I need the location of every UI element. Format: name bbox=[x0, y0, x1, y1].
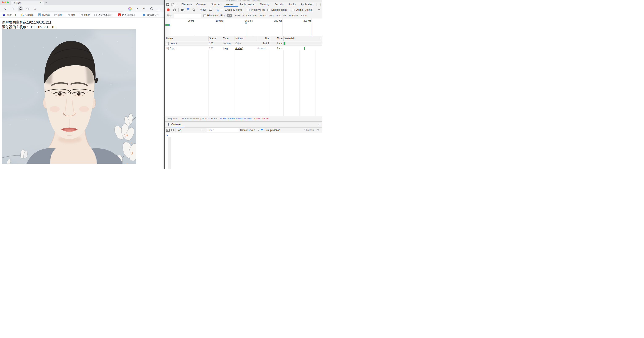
console-context-select[interactable]: top bbox=[178, 128, 181, 133]
drawer-close-icon[interactable]: × bbox=[318, 122, 320, 128]
drawer-overflow-icon[interactable]: ⋮ bbox=[167, 122, 170, 128]
cell-type: jpeg bbox=[223, 46, 228, 51]
traffic-light-minimize[interactable] bbox=[4, 2, 6, 3]
bookmark-reply-doc[interactable]: 回复文本消息 bbox=[94, 13, 114, 17]
bookmark-wechat[interactable]: 微信公众号 bbox=[142, 13, 160, 17]
col-name[interactable]: Name bbox=[166, 36, 173, 41]
tab-security[interactable]: Security bbox=[274, 2, 284, 7]
preserve-log-checkbox[interactable] bbox=[247, 8, 250, 11]
extension-colorwheel-icon[interactable] bbox=[128, 7, 132, 10]
filter-pill-manifest[interactable]: Manifest bbox=[289, 14, 298, 18]
col-time[interactable]: Time bbox=[271, 36, 282, 41]
large-rows-icon[interactable] bbox=[209, 8, 212, 11]
console-drawer-tabbar bbox=[164, 122, 322, 128]
load-line bbox=[312, 22, 312, 36]
bookmarks-bar: 百度一下 Google 陈彦斌 self size other 回复文本消息 C bbox=[0, 12, 164, 18]
bookmark-size[interactable]: size bbox=[67, 14, 75, 16]
inspect-icon[interactable] bbox=[166, 3, 170, 6]
filter-pill-media[interactable]: Media bbox=[260, 14, 266, 18]
table-row[interactable]: demo/ 200 docum… Other 346 B 6 ms bbox=[164, 41, 322, 46]
new-tab-button[interactable]: + bbox=[46, 0, 47, 5]
context-caret-icon[interactable] bbox=[201, 130, 203, 132]
tab-close-icon[interactable]: × bbox=[40, 1, 42, 5]
col-waterfall[interactable]: Waterfall bbox=[284, 36, 294, 41]
filter-pill-js[interactable]: JS bbox=[241, 14, 244, 18]
col-initiator[interactable]: Initiator bbox=[236, 36, 244, 41]
filter-pill-css[interactable]: CSS bbox=[246, 14, 252, 18]
devtools-overflow-icon[interactable]: ⋮ bbox=[320, 2, 322, 7]
console-prompt-chevron[interactable]: > bbox=[166, 134, 168, 137]
star-icon[interactable]: ☆ bbox=[33, 6, 36, 11]
disable-cache-label: Disable cache bbox=[271, 7, 287, 13]
filter-pill-font[interactable]: Font bbox=[269, 14, 274, 18]
bookmark-other[interactable]: other bbox=[80, 14, 90, 16]
clear-icon[interactable] bbox=[173, 8, 176, 11]
console-levels-select[interactable]: Default levels bbox=[240, 128, 255, 133]
timeline-overview[interactable]: 50 ms 100 ms 150 ms 200 ms 250 ms bbox=[164, 18, 322, 36]
bookmark-google[interactable]: Google bbox=[21, 14, 34, 16]
disable-cache-checkbox[interactable] bbox=[267, 8, 270, 11]
offline-checkbox[interactable] bbox=[292, 8, 294, 11]
console-clear-icon[interactable] bbox=[171, 129, 174, 131]
cell-type: docum… bbox=[223, 41, 234, 46]
tab-application[interactable]: Application bbox=[301, 2, 313, 7]
server-ip-text: 服务器的主机ip： 192.168.31.215 bbox=[2, 24, 55, 30]
bookmark-baidu[interactable]: 百度一下 bbox=[2, 13, 17, 17]
filter-pill-doc[interactable]: Doc bbox=[276, 14, 280, 18]
tab-elements[interactable]: Elements bbox=[182, 2, 192, 7]
filter-pill-xhr[interactable]: XHR bbox=[235, 14, 240, 18]
tab-memory[interactable]: Memory bbox=[260, 2, 269, 7]
filter-pill-ws[interactable]: WS bbox=[283, 14, 287, 18]
devtools-window-title: DevTools - 192.168.31.211/demo/ bbox=[164, 0, 322, 1]
group-similar-checkbox[interactable] bbox=[261, 129, 263, 131]
network-filter-input[interactable] bbox=[174, 14, 201, 18]
traffic-light-close[interactable] bbox=[2, 2, 4, 3]
filter-funnel-icon[interactable] bbox=[186, 8, 190, 12]
menu-icon[interactable] bbox=[157, 8, 160, 10]
bookmark-person[interactable]: 陈彦斌 bbox=[38, 13, 50, 17]
col-type[interactable]: Type bbox=[223, 36, 228, 41]
throttling-caret-icon[interactable] bbox=[318, 10, 320, 11]
traffic-light-zoom[interactable] bbox=[7, 2, 9, 3]
baidu-icon bbox=[2, 14, 6, 16]
table-row[interactable]: 3.jpg 200 jpeg (index) (from d… 2 ms bbox=[164, 46, 322, 50]
sort-asc-icon[interactable]: ▲ bbox=[319, 36, 321, 41]
filter-pill-img[interactable]: Img bbox=[253, 14, 257, 18]
bookmark-label: 陈彦斌 bbox=[42, 13, 50, 17]
tab-console[interactable]: Console bbox=[196, 2, 206, 7]
undo-icon[interactable] bbox=[150, 7, 153, 10]
hide-data-urls-checkbox[interactable] bbox=[204, 14, 206, 17]
bookmark-self[interactable]: self bbox=[54, 14, 62, 16]
drawer-console-tab[interactable]: Console bbox=[171, 122, 180, 128]
waterfall-view-icon[interactable] bbox=[216, 8, 219, 11]
throttling-select[interactable]: Online bbox=[304, 7, 312, 13]
cell-initiator-link[interactable]: (index) bbox=[236, 46, 243, 51]
levels-caret-icon[interactable] bbox=[258, 130, 259, 132]
search-icon[interactable] bbox=[192, 8, 196, 12]
browser-tab[interactable]: Title × bbox=[11, 1, 44, 5]
tab-audits[interactable]: Audits bbox=[289, 2, 296, 7]
tab-sources[interactable]: Sources bbox=[211, 2, 220, 7]
col-status[interactable]: Status bbox=[209, 36, 216, 41]
forward-icon[interactable] bbox=[11, 7, 15, 10]
back-icon[interactable] bbox=[4, 7, 7, 10]
summary-transferred: 346 B transferred bbox=[180, 116, 199, 121]
filter-pill-other[interactable]: Other bbox=[301, 14, 307, 18]
dcl-line bbox=[246, 23, 246, 36]
scissors-icon[interactable]: ✂ bbox=[142, 7, 145, 11]
record-button[interactable] bbox=[167, 8, 170, 11]
tab-performance[interactable]: Performance bbox=[240, 2, 254, 7]
folder-icon bbox=[80, 14, 83, 16]
download-icon[interactable] bbox=[135, 7, 138, 10]
filter-pill-all[interactable]: All bbox=[226, 14, 232, 18]
device-toolbar-icon[interactable] bbox=[172, 3, 175, 6]
google-icon bbox=[21, 14, 24, 16]
home-icon[interactable] bbox=[26, 7, 30, 10]
capture-screenshots-icon[interactable] bbox=[181, 8, 184, 11]
bookmark-csdn[interactable]: C (4条消息)Li bbox=[118, 13, 138, 17]
console-filter-input[interactable] bbox=[206, 128, 238, 132]
group-by-frame-checkbox[interactable] bbox=[221, 8, 223, 11]
console-sidebar-toggle-icon[interactable] bbox=[166, 129, 170, 132]
console-settings-gear-icon[interactable] bbox=[316, 128, 320, 132]
col-size[interactable]: Size bbox=[258, 36, 269, 41]
